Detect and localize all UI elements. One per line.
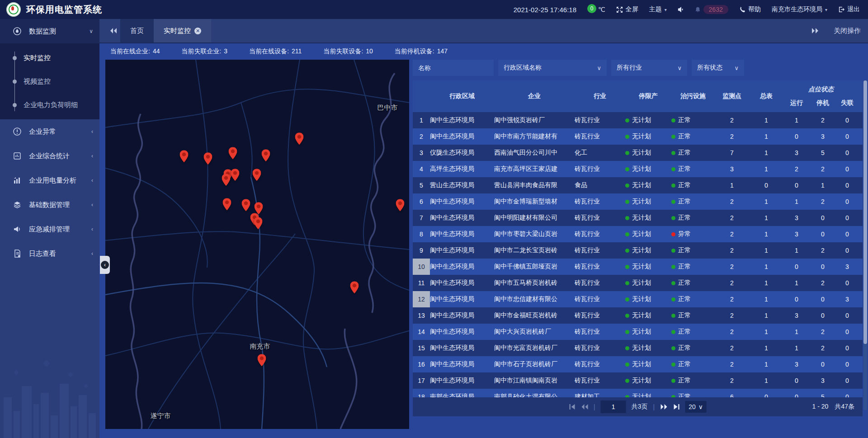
- cell-run: 1: [783, 247, 810, 254]
- vertical-scrollbar[interactable]: [863, 80, 867, 410]
- sidebar-item-company-abnormal[interactable]: 企业异常 ‹: [0, 119, 99, 144]
- table-row[interactable]: 17 阆中生态环境局 阆中市江南镇阆南页岩 砖瓦行业 无计划: [413, 372, 863, 389]
- table-row[interactable]: 11 阆中生态环境局 阆中市五马桥页岩机砖 砖瓦行业 无计划: [413, 275, 863, 291]
- prev-page-button[interactable]: [581, 404, 588, 410]
- row-number: 17: [413, 372, 430, 389]
- cell-lost: 0: [836, 117, 859, 124]
- tabs-scroll-left-button[interactable]: [107, 28, 120, 33]
- table-row[interactable]: 9 阆中生态环境局 阆中市二龙长宝页岩砖 砖瓦行业 无计划: [413, 242, 863, 259]
- map-pin[interactable]: [258, 354, 266, 366]
- cell-lost: 0: [836, 214, 859, 221]
- industry-select[interactable]: 所有行业∨: [611, 60, 687, 76]
- location-pin-icon: [254, 217, 263, 229]
- col-stop: 停限产: [625, 80, 671, 112]
- row-number: 3: [413, 145, 430, 161]
- table-row[interactable]: 3 仪陇生态环境局 西南油气田分公司川中 化工 无计划: [413, 145, 863, 161]
- pagination-info: 1 - 20 共47条: [812, 403, 854, 411]
- col-facility: 治污设施: [671, 80, 715, 112]
- cell-stop: 无计划: [625, 279, 671, 287]
- cell-facility: 正常: [671, 311, 715, 320]
- status-dot: [671, 363, 675, 367]
- status-dot: [625, 151, 629, 155]
- sidebar-item-realtime-monitor[interactable]: 实时监控: [0, 46, 99, 70]
- cell-facility: 正常: [671, 132, 715, 141]
- status-dot: [625, 314, 629, 318]
- logout-button[interactable]: 退出: [838, 5, 860, 14]
- notifications[interactable]: 2632: [695, 5, 728, 14]
- theme-menu[interactable]: 主题▾: [649, 5, 667, 14]
- table-row[interactable]: 8 阆中生态环境局 阆中市枣碧大梁山页岩 砖瓦行业 无计划: [413, 226, 863, 242]
- sidebar-collapse-button[interactable]: ‹: [100, 256, 110, 274]
- map-pin[interactable]: [350, 281, 359, 293]
- next-page-button[interactable]: [660, 404, 667, 410]
- cell-run: 0: [783, 182, 810, 189]
- table-row[interactable]: 7 阆中生态环境局 阆中明阳建材有限公司 砖瓦行业 无计划: [413, 210, 863, 226]
- table-row[interactable]: 18 南部生态环境局 南部县砂化土湿有限公 建材加工 无计划: [413, 389, 863, 397]
- table-row[interactable]: 12 阆中生态环境局 阆中市忠信建材有限公 砖瓦行业 无计划: [413, 291, 863, 307]
- top-bar: 环保用电监管系统 2021-02-25 17:46:18 0 ℃ 全屏 主题▾ …: [0, 0, 868, 19]
- sidebar-item-base-data[interactable]: 基础数据管理 ‹: [0, 193, 99, 217]
- col-halt: 停机: [810, 94, 836, 112]
- map-pin[interactable]: [242, 199, 250, 211]
- first-page-button[interactable]: [569, 404, 576, 410]
- table-row[interactable]: 16 阆中生态环境局 阆中市石子页岩机砖厂 砖瓦行业 无计划: [413, 356, 863, 372]
- sidebar-item-data-monitoring[interactable]: 数据监测 ∨: [0, 19, 99, 43]
- region-select[interactable]: 行政区域名称∨: [498, 60, 607, 76]
- map-pin[interactable]: [180, 150, 189, 162]
- table-row[interactable]: 15 阆中生态环境局 阆中市光富页岩机砖厂 砖瓦行业 无计划: [413, 340, 863, 356]
- last-page-button[interactable]: [673, 404, 679, 410]
- row-number: 9: [413, 242, 430, 259]
- table-row[interactable]: 5 营山生态环境局 营山县润丰肉食品有限 食品 无计划: [413, 177, 863, 193]
- tab-home[interactable]: 首页: [120, 19, 154, 42]
- stats-bar: 当前在线企业:44 当前失联企业:3 当前在线设备:211 当前失联设备:10 …: [99, 43, 868, 60]
- table-row[interactable]: 4 高坪生态环境局 南充市高坪区王家店建 砖瓦行业 无计划: [413, 161, 863, 177]
- cell-run: 1: [783, 198, 810, 205]
- fullscreen-button[interactable]: 全屏: [616, 5, 638, 14]
- cell-facility: 正常: [671, 149, 715, 157]
- org-menu[interactable]: 南充市生态环境局▾: [772, 5, 827, 14]
- map-pin[interactable]: [223, 198, 231, 210]
- location-pin-icon: [255, 202, 263, 214]
- map-panel[interactable]: 巴中市 南充市 遂宁市: [105, 60, 409, 429]
- map-pin[interactable]: [253, 169, 261, 181]
- sound-button[interactable]: [678, 6, 684, 13]
- map-pin[interactable]: [204, 152, 212, 165]
- location-pin-icon: [262, 149, 270, 161]
- map-pin[interactable]: [255, 202, 263, 214]
- map-pin[interactable]: [295, 132, 304, 145]
- sidebar-item-company-statistics[interactable]: 企业综合统计 ‹: [0, 144, 99, 168]
- tab-realtime-monitor[interactable]: 实时监控 ✕: [154, 19, 211, 42]
- map-pin[interactable]: [396, 199, 405, 211]
- close-icon[interactable]: ✕: [194, 28, 201, 34]
- table-row[interactable]: 6 阆中生态环境局 阆中市金博瑞新型墙材 砖瓦行业 无计划: [413, 193, 863, 210]
- table-row[interactable]: 1 阆中生态环境局 阆中强锐页岩砖厂 砖瓦行业 无计划: [413, 112, 863, 128]
- table-row[interactable]: 14 阆中生态环境局 阆中大兴页岩机砖厂 砖瓦行业 无计划: [413, 324, 863, 340]
- table-row[interactable]: 10 阆中生态环境局 阆中千佛镇五郎垭页岩 砖瓦行业 无计划: [413, 259, 863, 275]
- map-pin[interactable]: [262, 149, 270, 161]
- sidebar-item-video-monitor[interactable]: 视频监控: [0, 70, 99, 93]
- map-pin[interactable]: [222, 174, 231, 186]
- sidebar-item-power-analysis[interactable]: 企业用电量分析 ‹: [0, 168, 99, 193]
- help-button[interactable]: 帮助: [739, 5, 761, 14]
- cell-points: 3: [715, 165, 749, 173]
- table-row[interactable]: 2 阆中生态环境局 阆中市南方节能建材有 砖瓦行业 无计划: [413, 128, 863, 145]
- cell-company: 阆中市五马桥页岩机砖: [494, 279, 575, 287]
- sidebar-item-emergency-reduction[interactable]: 应急减排管理 ‹: [0, 217, 99, 241]
- map-pin[interactable]: [229, 147, 237, 159]
- cell-lost: 0: [836, 312, 859, 319]
- name-search-input[interactable]: [413, 60, 494, 76]
- close-operations-button[interactable]: 关闭操作: [834, 27, 861, 35]
- scrollbar-thumb[interactable]: [863, 80, 867, 344]
- map-pin[interactable]: [254, 217, 263, 229]
- cell-region: 阆中生态环境局: [430, 198, 494, 206]
- status-select[interactable]: 所有状态∨: [692, 60, 744, 76]
- page-number-input[interactable]: [601, 400, 626, 413]
- sidebar-item-logs[interactable]: 日志查看 ‹: [0, 241, 99, 266]
- page-size-select[interactable]: 20 ∨: [685, 401, 707, 413]
- sidebar-item-power-load-detail[interactable]: 企业电力负荷明细: [0, 93, 99, 117]
- cell-stop: 无计划: [625, 198, 671, 206]
- map-pin[interactable]: [231, 169, 240, 181]
- cell-meter: 1: [749, 296, 783, 303]
- tabs-scroll-right-button[interactable]: [808, 28, 822, 33]
- table-row[interactable]: 13 阆中生态环境局 阆中市金福旺页岩机砖 砖瓦行业 无计划: [413, 307, 863, 324]
